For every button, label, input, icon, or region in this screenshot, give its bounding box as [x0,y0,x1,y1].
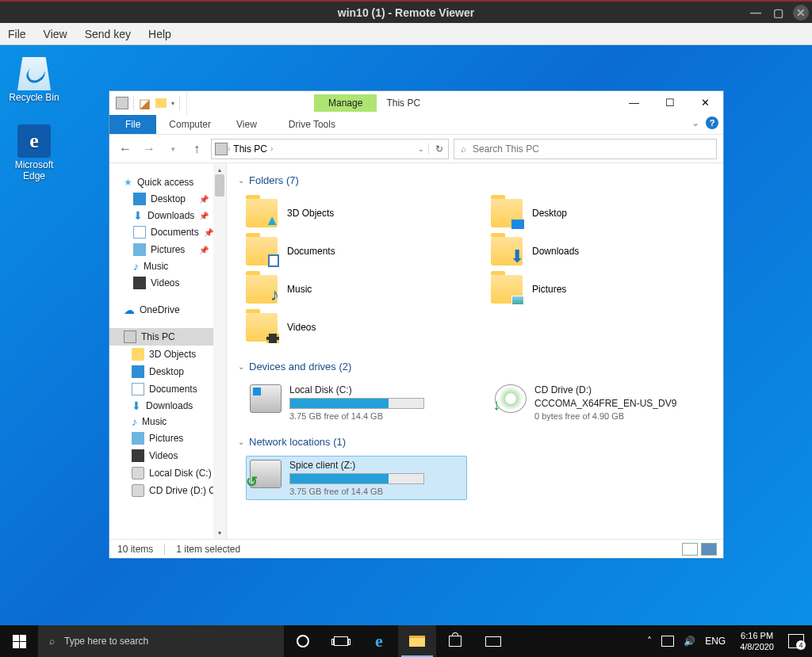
volume-icon[interactable]: 🔊 [684,636,695,647]
tab-computer[interactable]: Computer [156,116,224,134]
video-icon [132,449,144,462]
nav-up-button[interactable]: ↑ [187,139,206,159]
action-center-icon[interactable] [788,634,804,648]
group-drives-header[interactable]: ⌄Devices and drives (2) [238,357,712,380]
tray-expand-icon[interactable]: ˄ [647,636,652,647]
menu-send-key[interactable]: Send key [85,28,131,40]
nav-local-disk[interactable]: Local Disk (C:) [109,464,226,482]
explorer-minimize-button[interactable]: — [616,91,652,114]
tab-file[interactable]: File [109,115,156,134]
explorer-maximize-button[interactable]: ☐ [652,91,688,114]
nav-forward-button[interactable]: → [140,139,159,159]
drive-spice-client-z[interactable]: Spice client (Z:) 3.75 GB free of 14.4 G… [246,456,467,500]
nav-this-pc[interactable]: This PC [109,328,226,346]
folder-videos[interactable]: Videos [246,308,467,346]
scroll-thumb[interactable] [215,174,224,197]
chevron-down-icon: ⌄ [238,437,244,446]
nav-quick-documents[interactable]: Documents📌 [109,223,226,241]
nav-desktop[interactable]: Desktop [109,363,226,380]
tab-view[interactable]: View [224,116,270,134]
folder-desktop[interactable]: Desktop [491,194,712,232]
edge-taskbar-icon[interactable]: e [360,625,398,657]
menu-help[interactable]: Help [148,28,171,40]
nav-onedrive[interactable]: ☁OneDrive [109,301,226,319]
close-icon[interactable]: ✕ [793,5,809,21]
nav-documents[interactable]: Documents [109,380,226,398]
nav-quick-pictures[interactable]: Pictures📌 [109,241,226,258]
tab-drive-tools[interactable]: Drive Tools [276,116,348,134]
recycle-bin-icon[interactable]: Recycle Bin [5,57,63,103]
nav-recent-dropdown[interactable]: ▾ [163,139,182,159]
search-box[interactable]: ⌕ [454,139,717,159]
store-icon[interactable] [436,625,474,657]
minimize-icon[interactable]: — [749,6,763,20]
video-icon [133,277,146,289]
nav-pictures[interactable]: Pictures [109,430,226,447]
navigation-pane: ★ Quick access Desktop📌 ⬇Downloads📌 Docu… [109,163,227,539]
explorer-close-button[interactable]: ✕ [688,91,723,114]
view-large-icons-icon[interactable] [701,543,717,556]
view-details-icon[interactable] [682,543,698,556]
clock[interactable]: 6:16 PM 4/8/2020 [735,630,779,652]
menu-file[interactable]: File [8,28,26,40]
nav-quick-access[interactable]: ★ Quick access [109,174,226,190]
explorer-nav-bar: ← → ▾ ↑ › This PC › ⌄ ↻ ⌕ [109,135,723,163]
file-explorer-taskbar-icon[interactable] [398,625,436,657]
start-button[interactable] [0,625,38,657]
drive-local-disk-c[interactable]: Local Disk (C:) 3.75 GB free of 14.4 GB [246,380,467,425]
language-indicator[interactable]: ENG [705,636,726,647]
nav-quick-downloads[interactable]: ⬇Downloads📌 [109,208,226,223]
address-bar[interactable]: › This PC › ⌄ ↻ [211,139,449,159]
network-drive-icon [250,460,282,488]
cloud-icon: ☁ [124,304,135,316]
cortana-icon[interactable] [284,625,322,657]
maximize-icon[interactable]: ▢ [771,6,785,20]
group-folders-header[interactable]: ⌄Folders (7) [238,171,712,194]
nav-videos[interactable]: Videos [109,447,226,464]
windows-desktop[interactable]: Recycle Bin e Microsoft Edge ◪ ▾ Manage … [0,45,812,625]
breadcrumb-this-pc[interactable]: This PC [230,143,270,155]
nav-downloads[interactable]: ⬇Downloads [109,398,226,414]
context-tab-manage[interactable]: Manage [314,94,377,112]
explorer-titlebar[interactable]: ◪ ▾ Manage This PC — ☐ ✕ [109,91,723,115]
search-input[interactable] [473,143,710,155]
ribbon-collapse-icon[interactable]: ⌄ [691,117,699,128]
address-dropdown-icon[interactable]: ⌄ [418,145,424,153]
refresh-icon[interactable]: ↻ [428,143,443,155]
group-network-header[interactable]: ⌄Network locations (1) [238,433,712,456]
nav-quick-music[interactable]: ♪Music [109,258,226,274]
taskbar-search[interactable]: ⌕ Type here to search [38,625,284,657]
navpane-scrollbar[interactable]: ▴ ▾ [213,163,226,539]
picture-icon [132,432,144,445]
nav-cd-drive[interactable]: CD Drive (D:) CC [109,482,226,499]
nav-quick-videos[interactable]: Videos [109,274,226,292]
mail-icon[interactable] [474,625,512,657]
capacity-bar [289,473,424,484]
pin-icon: 📌 [204,228,213,237]
drive-cd-d[interactable]: CD Drive (D:) CCCOMA_X64FRE_EN-US_DV9 0 … [491,380,712,425]
nav-quick-desktop[interactable]: Desktop📌 [109,190,226,208]
scroll-down-icon[interactable]: ▾ [213,526,226,539]
file-explorer-window: ◪ ▾ Manage This PC — ☐ ✕ File Computer V… [109,90,724,559]
nav-3d-objects[interactable]: 3D Objects [109,346,226,363]
task-view-icon[interactable] [322,625,360,657]
document-icon [133,226,146,239]
folder-pictures[interactable]: Pictures [491,270,712,308]
content-pane[interactable]: ⌄Folders (7) ▲3D Objects Desktop Documen… [227,163,723,539]
menu-view[interactable]: View [44,28,67,40]
help-icon[interactable]: ? [706,117,718,129]
new-folder-icon[interactable] [155,98,167,108]
status-bar: 10 items 1 item selected [109,539,723,558]
folder-3d-objects[interactable]: ▲3D Objects [246,194,467,232]
hdd-icon [250,384,282,413]
qat-dropdown-icon[interactable]: ▾ [171,100,174,107]
system-tray: ˄ 🔊 ENG 6:16 PM 4/8/2020 [639,630,812,652]
nav-music[interactable]: ♪Music [109,414,226,430]
properties-icon[interactable]: ◪ [139,96,151,111]
microsoft-edge-icon[interactable]: e Microsoft Edge [5,124,63,181]
folder-music[interactable]: ♪Music [246,270,467,308]
nav-back-button[interactable]: ← [116,139,135,159]
network-icon[interactable] [661,636,674,647]
folder-downloads[interactable]: ⬇Downloads [491,232,712,270]
folder-documents[interactable]: Documents [246,232,467,270]
